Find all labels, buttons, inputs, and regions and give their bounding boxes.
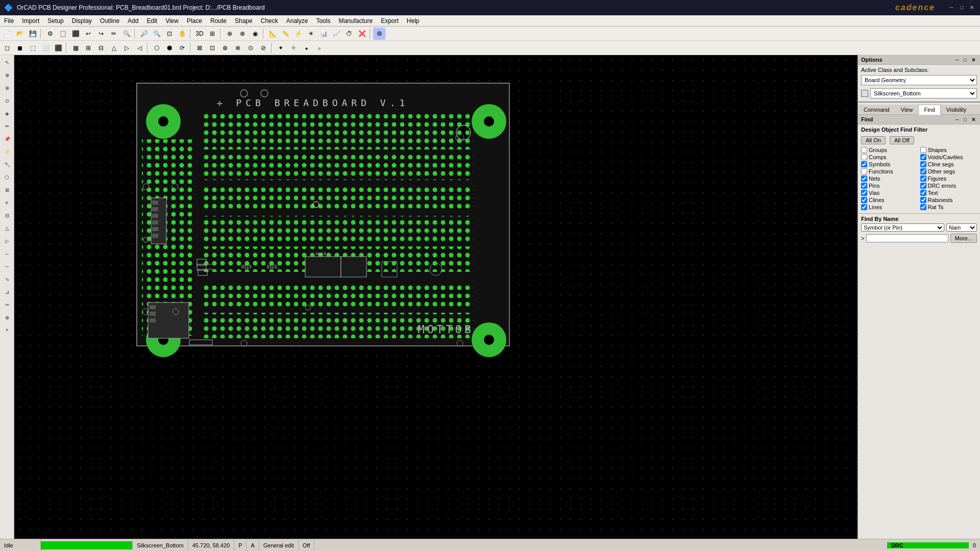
tb-redo[interactable]: ↪ bbox=[95, 28, 107, 40]
tb2-btn11[interactable]: ◁ bbox=[133, 42, 145, 54]
drcerrors-label[interactable]: DRC errors bbox=[928, 183, 957, 189]
voids-checkbox[interactable] bbox=[920, 154, 926, 160]
tb-btn8[interactable]: ⊗ bbox=[236, 28, 249, 40]
side-btn-4[interactable]: ◈ bbox=[1, 107, 13, 119]
tb2-btn10[interactable]: ▷ bbox=[120, 42, 133, 54]
groups-checkbox[interactable] bbox=[861, 147, 867, 153]
vias-checkbox[interactable] bbox=[861, 190, 867, 196]
side-btn-select[interactable]: ↖ bbox=[1, 56, 13, 68]
find-close-btn[interactable]: ✕ bbox=[970, 117, 977, 122]
tb-btn16[interactable]: ⏱ bbox=[343, 28, 355, 40]
tb2-btn12[interactable]: ⬡ bbox=[151, 42, 163, 54]
tb2-btn4[interactable]: ⬜ bbox=[39, 42, 52, 54]
tb-open[interactable]: 📂 bbox=[14, 28, 26, 40]
tb-btn12[interactable]: ⚡ bbox=[292, 28, 304, 40]
tab-command[interactable]: Command bbox=[858, 105, 895, 114]
menu-place[interactable]: Place bbox=[183, 16, 206, 26]
tb-btn14[interactable]: 📊 bbox=[317, 28, 330, 40]
tb-btn2[interactable]: 📋 bbox=[57, 28, 69, 40]
tb-zoom-in[interactable]: 🔎 bbox=[138, 28, 150, 40]
menu-add[interactable]: Add bbox=[124, 16, 142, 26]
tb2-btn24[interactable]: ⬦ bbox=[313, 42, 325, 54]
side-btn-9[interactable]: ⬡ bbox=[1, 171, 13, 183]
side-btn-14[interactable]: ▷ bbox=[1, 235, 13, 247]
side-btn-15[interactable]: ↔ bbox=[1, 247, 13, 260]
side-btn-16[interactable]: ─ bbox=[1, 260, 13, 272]
ratsnests-checkbox[interactable] bbox=[920, 197, 926, 203]
tb-zoom-out[interactable]: 🔍 bbox=[151, 28, 163, 40]
tb-btn9[interactable]: ◉ bbox=[249, 28, 261, 40]
all-on-button[interactable]: All On bbox=[861, 136, 886, 144]
tb2-btn21[interactable]: ✦ bbox=[275, 42, 287, 54]
pins-checkbox[interactable] bbox=[861, 183, 867, 189]
menu-display[interactable]: Display bbox=[68, 16, 96, 26]
menu-import[interactable]: Import bbox=[18, 16, 43, 26]
tb-btn15[interactable]: 📈 bbox=[330, 28, 342, 40]
fbn-more-button[interactable]: More... bbox=[950, 234, 977, 243]
tb2-btn14[interactable]: ⟳ bbox=[176, 42, 188, 54]
tb2-btn13[interactable]: ⬢ bbox=[163, 42, 176, 54]
side-btn-8[interactable]: 🔧 bbox=[1, 158, 13, 170]
comps-checkbox[interactable] bbox=[861, 154, 867, 160]
side-btn-12[interactable]: ⊟ bbox=[1, 209, 13, 221]
side-btn-11[interactable]: ≡ bbox=[1, 196, 13, 209]
pins-label[interactable]: Pins bbox=[869, 183, 879, 189]
text-label[interactable]: Text bbox=[928, 190, 938, 196]
side-btn-6[interactable]: 📌 bbox=[1, 133, 13, 145]
tb2-btn17[interactable]: ⊕ bbox=[219, 42, 231, 54]
side-btn-19[interactable]: ✂ bbox=[1, 298, 13, 311]
tb2-btn2[interactable]: ◼ bbox=[14, 42, 26, 54]
functions-checkbox[interactable] bbox=[861, 168, 867, 174]
close-button[interactable]: ✕ bbox=[968, 3, 976, 11]
tb2-btn6[interactable]: ▦ bbox=[69, 42, 82, 54]
class-selector[interactable]: Board Geometry Etch Package Geometry bbox=[861, 75, 977, 85]
fbn-search-input[interactable] bbox=[866, 234, 948, 242]
all-off-button[interactable]: All Off bbox=[890, 136, 914, 144]
figures-label[interactable]: Figures bbox=[928, 176, 947, 182]
lines-label[interactable]: Lines bbox=[869, 204, 882, 210]
othersegs-label[interactable]: Other segs bbox=[928, 168, 955, 174]
functions-label[interactable]: Functions bbox=[869, 168, 893, 174]
tb-btn1[interactable]: ⚙ bbox=[44, 28, 56, 40]
side-btn-21[interactable]: ⌖ bbox=[1, 324, 13, 336]
menu-manufacture[interactable]: Manufacture bbox=[334, 16, 377, 26]
menu-view[interactable]: View bbox=[161, 16, 183, 26]
comps-label[interactable]: Comps bbox=[869, 154, 887, 160]
clines-checkbox[interactable] bbox=[861, 197, 867, 203]
menu-tools[interactable]: Tools bbox=[312, 16, 334, 26]
menu-shape[interactable]: Shape bbox=[231, 16, 257, 26]
vias-label[interactable]: Vias bbox=[869, 190, 879, 196]
side-btn-18[interactable]: ⊿ bbox=[1, 286, 13, 298]
find-maximize-btn[interactable]: □ bbox=[962, 117, 968, 122]
menu-analyze[interactable]: Analyze bbox=[282, 16, 312, 26]
tb-new[interactable]: 📄 bbox=[1, 28, 13, 40]
ratts-label[interactable]: Rat Ts bbox=[928, 204, 944, 210]
menu-setup[interactable]: Setup bbox=[43, 16, 67, 26]
tb2-btn7[interactable]: ⊞ bbox=[82, 42, 94, 54]
side-btn-13[interactable]: △ bbox=[1, 222, 13, 234]
side-btn-20[interactable]: ⊕ bbox=[1, 311, 13, 323]
tb-btn3[interactable]: ⬛ bbox=[69, 28, 82, 40]
shapes-label[interactable]: Shapes bbox=[928, 147, 947, 153]
tb2-btn5[interactable]: ⬛ bbox=[52, 42, 64, 54]
options-maximize-btn[interactable]: □ bbox=[962, 57, 968, 63]
menu-edit[interactable]: Edit bbox=[142, 16, 161, 26]
minimize-button[interactable]: ─ bbox=[947, 3, 955, 11]
drcerrors-checkbox[interactable] bbox=[920, 183, 926, 189]
menu-help[interactable]: Help bbox=[403, 16, 424, 26]
tb2-btn9[interactable]: △ bbox=[108, 42, 120, 54]
tb-btn13[interactable]: ☀ bbox=[305, 28, 317, 40]
lines-checkbox[interactable] bbox=[861, 204, 867, 210]
tb-btn6[interactable]: ⊞ bbox=[206, 28, 218, 40]
side-btn-5[interactable]: ✏ bbox=[1, 120, 13, 132]
clines-label[interactable]: Clines bbox=[869, 197, 885, 203]
shapes-checkbox[interactable] bbox=[920, 147, 926, 153]
fbn-type-select[interactable]: Symbol (or Pin) Net Pin bbox=[861, 223, 944, 232]
pcb-canvas[interactable]: ✛ PCB BREADBOARD V.1 bbox=[14, 55, 857, 539]
clinesegs-label[interactable]: Cline segs bbox=[928, 161, 954, 167]
tb-3d[interactable]: 3D bbox=[193, 28, 206, 40]
voids-label[interactable]: Voids/Cavities bbox=[928, 154, 963, 160]
menu-outline[interactable]: Outline bbox=[96, 16, 124, 26]
menu-export[interactable]: Export bbox=[377, 16, 403, 26]
tb-btn4[interactable]: ✏ bbox=[108, 28, 120, 40]
